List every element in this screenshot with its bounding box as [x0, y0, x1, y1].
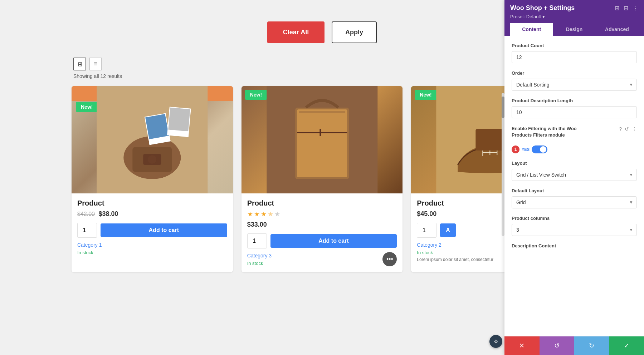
toggle-row: 1 YES — [512, 146, 637, 153]
layout-select-wrapper: Grid / List View Switch ▼ — [512, 169, 637, 181]
add-to-cart-row: Add to cart — [247, 233, 397, 248]
svg-rect-8 — [168, 108, 190, 132]
price-row: $42.00 $38.00 — [77, 210, 227, 218]
default-layout-select[interactable]: Grid — [512, 196, 637, 208]
tab-design[interactable]: Design — [553, 23, 595, 36]
redo-icon: ↻ — [589, 342, 594, 350]
default-layout-select-wrapper: Grid ▼ — [512, 196, 637, 208]
star-2: ★ — [254, 210, 260, 218]
svg-rect-14 — [299, 111, 345, 113]
filtering-label-line1: Enable Filtering with the Woo — [512, 125, 619, 132]
product-card: Sale New! — [72, 86, 233, 272]
settings-icon[interactable]: ⊞ — [615, 5, 619, 11]
product-name: Product — [77, 199, 227, 207]
preset-dropdown[interactable]: Preset: Default ▾ — [510, 14, 638, 19]
list-icon: ≡ — [94, 61, 97, 67]
add-to-cart-row: Add to cart — [77, 223, 227, 238]
add-to-cart-button[interactable]: Add to cart — [101, 223, 227, 237]
panel-header-icons: ⊞ ⊟ ⋮ — [615, 5, 638, 11]
stock-status: In stock — [247, 261, 263, 266]
save-icon: ✓ — [624, 342, 629, 350]
star-3: ★ — [261, 210, 267, 218]
apply-button[interactable]: Apply — [332, 21, 377, 43]
default-layout-label: Default Layout — [512, 188, 637, 193]
category-link[interactable]: Category 1 — [77, 242, 227, 248]
panel-title-row: Woo Shop + Settings ⊞ ⊟ ⋮ — [510, 4, 638, 12]
svg-rect-11 — [297, 109, 347, 177]
quantity-input[interactable] — [77, 223, 97, 238]
description-length-label: Product Description Length — [512, 98, 637, 103]
description-length-field: Product Description Length — [512, 98, 637, 118]
product-columns-select[interactable]: 3 — [512, 224, 637, 236]
redo-button[interactable]: ↻ — [574, 336, 609, 355]
category-link[interactable]: Category 3 — [247, 253, 397, 258]
tab-content[interactable]: Content — [510, 23, 553, 36]
order-label: Order — [512, 70, 637, 76]
svg-point-4 — [148, 155, 156, 164]
toggle-switch[interactable] — [532, 146, 547, 153]
list-view-button[interactable]: ≡ — [89, 58, 102, 70]
product-count-label: Product Count — [512, 43, 637, 48]
stock-status: In stock — [417, 250, 433, 255]
product-columns-label: Product columns — [512, 216, 637, 221]
default-layout-field: Default Layout Grid ▼ — [512, 188, 637, 208]
layout-field: Layout Grid / List View Switch ▼ — [512, 161, 637, 181]
scrollbar-thumb[interactable] — [502, 97, 504, 118]
view-toggle-row: ⊞ ≡ — [73, 58, 572, 70]
dots-icon: ••• — [386, 256, 393, 263]
description-content-field: Description Content — [512, 243, 637, 248]
settings-panel: Woo Shop + Settings ⊞ ⊟ ⋮ Preset: Defaul… — [504, 0, 644, 355]
product-image: New! — [241, 86, 403, 193]
order-select[interactable]: Default Sorting — [512, 79, 637, 91]
price-row: $33.00 — [247, 221, 397, 228]
add-to-cart-button[interactable]: Add to cart — [270, 234, 397, 248]
current-price: $45.00 — [417, 210, 436, 217]
tab-advanced[interactable]: Advanced — [596, 23, 638, 36]
product-count-input[interactable] — [512, 51, 637, 63]
panel-footer: ✕ ↺ ↻ ✓ — [504, 336, 644, 355]
current-price: $33.00 — [247, 221, 267, 228]
toggle-yes-label: YES — [522, 147, 530, 152]
quantity-input[interactable] — [417, 223, 436, 238]
product-columns-field: Product columns 3 ▼ — [512, 216, 637, 236]
description-content-label: Description Content — [512, 243, 637, 248]
layout-select[interactable]: Grid / List View Switch — [512, 169, 637, 181]
panel-title: Woo Shop + Settings — [510, 4, 575, 12]
product-count-field: Product Count — [512, 43, 637, 63]
cancel-icon: ✕ — [519, 342, 525, 350]
current-price: $38.00 — [98, 210, 118, 217]
order-select-wrapper: Default Sorting ▼ — [512, 79, 637, 91]
product-card: New! Pr — [241, 86, 403, 272]
corner-settings-button[interactable]: ⚙ — [489, 335, 502, 348]
product-info: Product $42.00 $38.00 Add to cart Catego… — [72, 193, 233, 261]
add-to-cart-button[interactable]: A — [440, 223, 456, 237]
product-columns-select-wrapper: 3 ▼ — [512, 224, 637, 236]
undo-button[interactable]: ↺ — [540, 336, 575, 355]
quantity-input[interactable] — [247, 233, 267, 248]
more-options-icon[interactable]: ⋮ — [632, 126, 637, 132]
badge-1: 1 — [512, 146, 519, 153]
toggle-knob — [540, 146, 546, 153]
svg-rect-6 — [145, 114, 169, 139]
description-length-input[interactable] — [512, 106, 637, 118]
save-button[interactable]: ✓ — [609, 336, 644, 355]
star-1: ★ — [247, 210, 253, 218]
more-icon[interactable]: ⋮ — [633, 5, 638, 11]
reset-icon[interactable]: ↺ — [625, 126, 629, 132]
grid-icon: ⊞ — [78, 61, 82, 68]
star-4: ★ — [268, 210, 273, 218]
clear-all-button[interactable]: Clear All — [267, 21, 325, 43]
enable-filtering-row: Enable Filtering with the Woo Products F… — [512, 125, 637, 138]
star-5: ★ — [274, 210, 280, 218]
layout-label: Layout — [512, 161, 637, 166]
cancel-button[interactable]: ✕ — [504, 336, 540, 355]
original-price: $42.00 — [77, 211, 95, 217]
help-icon[interactable]: ? — [619, 126, 622, 132]
filtering-label-line2: Products Filters module — [512, 132, 619, 138]
filtering-label-block: Enable Filtering with the Woo Products F… — [512, 125, 619, 138]
panel-scrollbar[interactable] — [502, 93, 504, 236]
columns-icon[interactable]: ⊟ — [624, 5, 628, 11]
star-rating: ★ ★ ★ ★ ★ — [247, 210, 397, 218]
product-name: Product — [247, 199, 397, 207]
grid-view-button[interactable]: ⊞ — [73, 58, 86, 70]
